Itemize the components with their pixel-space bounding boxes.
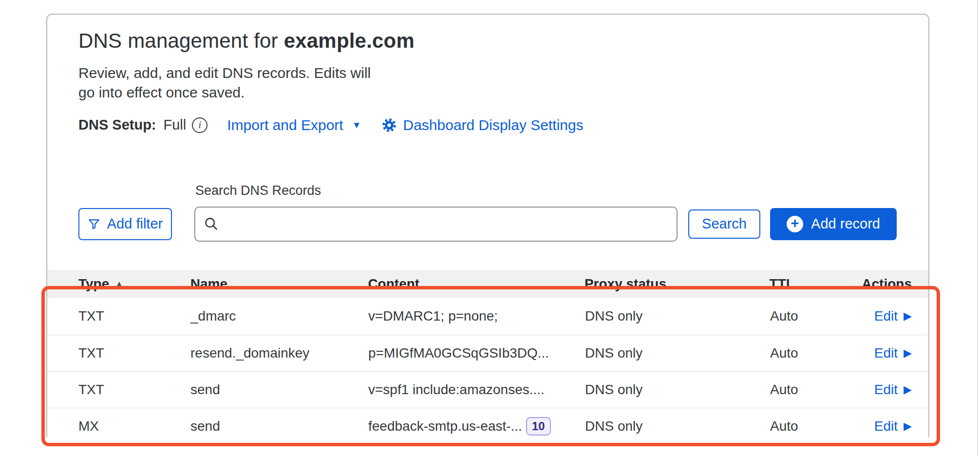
domain-name: example.com (284, 29, 415, 52)
cell-name: resend._domainkey (190, 345, 368, 361)
cell-content: p=MIGfMA0GCSqGSIb3DQ... (368, 345, 585, 361)
search-toolbar: Add filter Search DNS Records Search + A… (78, 207, 928, 242)
column-header-type[interactable]: Type ▲ (47, 276, 190, 292)
column-header-name: Name (190, 276, 368, 292)
description-line-2: go into effect once saved. (78, 83, 928, 102)
cell-content-text: feedback-smtp.us-east-... (368, 418, 522, 434)
edit-label: Edit (874, 345, 898, 361)
dns-management-page: DNS management for example.com Review, a… (0, 0, 980, 456)
sort-ascending-icon: ▲ (115, 279, 123, 289)
dns-management-card: DNS management for example.com Review, a… (46, 14, 929, 441)
search-input[interactable] (194, 207, 678, 242)
chevron-right-icon: ▶ (904, 420, 912, 433)
search-input-label: Search DNS Records (195, 183, 321, 198)
cell-name: send (190, 382, 368, 398)
cell-proxy-status: DNS only (585, 308, 770, 324)
add-record-label: Add record (811, 216, 880, 232)
cell-content: feedback-smtp.us-east-... 10 (368, 417, 585, 436)
import-export-label: Import and Export (227, 117, 343, 133)
add-record-button[interactable]: + Add record (770, 208, 897, 240)
dns-setup-label: DNS Setup: (78, 117, 156, 133)
search-button-label: Search (702, 216, 747, 232)
add-filter-label: Add filter (107, 216, 163, 232)
dashboard-display-settings-link[interactable]: Dashboard Display Settings (382, 117, 584, 133)
cell-ttl: Auto (770, 418, 863, 434)
cell-proxy-status: DNS only (585, 418, 770, 434)
edit-label: Edit (874, 308, 898, 324)
dns-setup-value: Full (164, 117, 187, 133)
plus-circle-icon: + (787, 216, 803, 232)
mx-priority-badge: 10 (526, 417, 551, 436)
add-filter-button[interactable]: Add filter (78, 208, 172, 240)
column-header-actions: Actions (862, 276, 928, 292)
cell-type: TXT (47, 382, 190, 398)
edit-label: Edit (874, 418, 898, 434)
import-export-link[interactable]: Import and Export ▼ (227, 117, 361, 133)
table-row-spf: TXT send v=spf1 include:amazonses.... DN… (47, 371, 928, 408)
edit-record-button[interactable]: Edit ▶ (874, 382, 912, 398)
column-header-type-label: Type (78, 276, 109, 292)
page-edge-divider (977, 0, 978, 456)
table-row-dmarc: TXT _dmarc v=DMARC1; p=none; DNS only Au… (47, 298, 928, 335)
search-input-wrap: Search DNS Records (194, 207, 678, 242)
chevron-down-icon: ▼ (352, 120, 361, 131)
chevron-right-icon: ▶ (904, 310, 912, 323)
filter-funnel-icon (88, 218, 100, 230)
cell-content: v=spf1 include:amazonses.... (368, 382, 585, 398)
cell-name: send (190, 418, 368, 434)
edit-record-button[interactable]: Edit ▶ (874, 308, 912, 324)
cell-ttl: Auto (770, 345, 863, 361)
column-header-proxy-status: Proxy status (584, 276, 770, 292)
table-row-mx: MX send feedback-smtp.us-east-... 10 DNS… (47, 408, 928, 444)
cell-ttl: Auto (770, 382, 863, 398)
gear-icon (382, 118, 396, 133)
column-header-content: Content (368, 276, 584, 292)
cell-content: v=DMARC1; p=none; (368, 308, 585, 324)
chevron-right-icon: ▶ (904, 383, 912, 396)
table-row-domainkey: TXT resend._domainkey p=MIGfMA0GCSqGSIb3… (47, 335, 928, 371)
cell-proxy-status: DNS only (585, 382, 770, 398)
cell-proxy-status: DNS only (585, 345, 770, 361)
edit-record-button[interactable]: Edit ▶ (874, 345, 912, 361)
page-title: DNS management for example.com (78, 29, 928, 53)
dns-records-table: Type ▲ Name Content Proxy status TTL Act… (47, 270, 928, 444)
chevron-right-icon: ▶ (904, 347, 912, 360)
cell-name: _dmarc (190, 308, 368, 324)
info-icon[interactable]: i (192, 117, 207, 133)
dashboard-display-settings-label: Dashboard Display Settings (403, 117, 584, 133)
edit-record-button[interactable]: Edit ▶ (874, 418, 912, 434)
description-line-1: Review, add, and edit DNS records. Edits… (78, 63, 928, 83)
cell-ttl: Auto (770, 308, 863, 324)
table-header-row: Type ▲ Name Content Proxy status TTL Act… (47, 270, 928, 298)
page-title-prefix: DNS management for (78, 29, 284, 52)
search-button[interactable]: Search (688, 209, 760, 239)
cell-type: TXT (47, 308, 190, 324)
cell-type: TXT (47, 345, 190, 361)
cell-type: MX (47, 418, 190, 434)
dns-setup-row: DNS Setup: Full i Import and Export ▼ Da… (78, 117, 928, 133)
column-header-ttl: TTL (770, 276, 862, 292)
page-description: Review, add, and edit DNS records. Edits… (78, 63, 928, 102)
edit-label: Edit (874, 382, 898, 398)
